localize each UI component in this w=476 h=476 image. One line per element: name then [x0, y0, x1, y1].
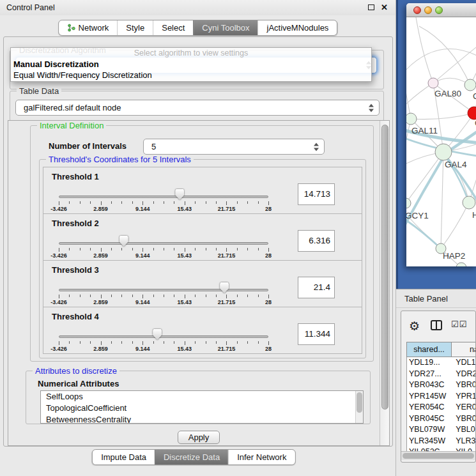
table-row[interactable]: YPR145WYPR1	[407, 391, 476, 403]
table-row[interactable]: YBR045CYBR0	[407, 413, 476, 425]
attributes-list-scrollbar[interactable]	[355, 391, 363, 423]
cell-name[interactable]: YBR0	[452, 413, 476, 425]
cell-name[interactable]: YPR1	[452, 391, 476, 403]
network-node[interactable]	[406, 198, 411, 208]
cell-name[interactable]: YDR2	[452, 369, 476, 380]
node-table: shared... name YDL19...YDL1YDR27...YDR2Y…	[406, 342, 476, 459]
attribute-item-selfloops[interactable]: SelfLoops	[41, 391, 363, 403]
select-columns-checkboxes-icon[interactable]: ☑☑	[451, 319, 467, 329]
table-row[interactable]: YDL19...YDL1	[407, 357, 476, 369]
tab-network[interactable]: Network	[59, 20, 118, 35]
threshold-value-field[interactable]: 21.4	[298, 277, 335, 298]
slider-scale-label: 21.715	[218, 206, 236, 212]
control-panel-title: Control Panel	[6, 0, 55, 15]
network-node[interactable]	[435, 144, 452, 160]
cell-shared-name[interactable]: YDL19...	[407, 357, 452, 369]
tab-impute-data[interactable]: Impute Data	[93, 450, 155, 464]
cell-name[interactable]: YLR3	[452, 436, 476, 447]
cell-shared-name[interactable]: YPR145W	[407, 391, 452, 403]
attributes-group: Attributes to discretize Numerical Attri…	[26, 371, 371, 424]
columns-icon[interactable]	[431, 320, 442, 330]
cell-name[interactable]: YDL1	[452, 357, 476, 369]
slider-handle[interactable]	[220, 282, 229, 293]
tab-jactivemnodules[interactable]: jActiveMNodules	[258, 20, 337, 35]
cell-name[interactable]: YBR0	[452, 380, 476, 391]
table-row[interactable]: YER054CYER0	[407, 402, 476, 413]
slider-scale-label: 9.144	[135, 299, 150, 305]
table-row[interactable]: YLR345WYLR3	[407, 436, 476, 447]
number-of-intervals-combobox[interactable]: 5	[143, 139, 325, 155]
network-node[interactable]	[464, 79, 476, 91]
slider-track[interactable]	[59, 196, 268, 198]
cell-name[interactable]: YER0	[452, 402, 476, 413]
table-horizontal-scrollbar-thumb[interactable]	[403, 453, 474, 459]
zoom-traffic-light-icon[interactable]	[435, 6, 443, 14]
tab-label: Impute Data	[101, 449, 146, 465]
gear-icon[interactable]: ⚙	[409, 318, 420, 334]
cell-shared-name[interactable]: YBL079W	[407, 424, 452, 436]
network-edge	[419, 26, 470, 85]
minimize-traffic-light-icon[interactable]	[424, 6, 432, 14]
slider-track[interactable]	[59, 289, 268, 291]
threshold-value-field[interactable]: 11.344	[298, 323, 335, 345]
slider-handle[interactable]	[153, 329, 162, 340]
table-row[interactable]: YBR043CYBR0	[407, 380, 476, 391]
network-node[interactable]	[406, 113, 417, 125]
slider-track[interactable]	[59, 242, 268, 245]
network-edge	[406, 152, 443, 203]
settings-vertical-scrollbar[interactable]	[380, 121, 389, 445]
slider-handle[interactable]	[175, 189, 184, 200]
network-node[interactable]	[468, 107, 476, 119]
cell-name[interactable]: YBL0	[452, 424, 476, 436]
float-window-icon[interactable]	[368, 4, 374, 10]
close-traffic-light-icon[interactable]	[413, 6, 421, 14]
slider-tick	[59, 201, 59, 205]
numerical-attributes-label: Numerical Attributes	[38, 379, 119, 388]
tab-discretize-data[interactable]: Discretize Data	[155, 450, 228, 464]
threshold-panel-threshold-1: Threshold 1-3.4262.8599.14415.4321.71528…	[43, 167, 362, 214]
table-row[interactable]: YDR27...YDR2	[407, 369, 476, 380]
slider-tick	[185, 248, 185, 252]
network-node[interactable]	[428, 78, 438, 88]
column-header-name[interactable]: name	[451, 342, 476, 357]
attribute-item-betweennesscentrality[interactable]: BetweennessCentrality	[41, 414, 363, 424]
table-row[interactable]: YBL079WYBL0	[407, 424, 476, 436]
slider-tick	[258, 341, 259, 344]
tab-infer-network[interactable]: Infer Network	[228, 450, 295, 464]
apply-button[interactable]: Apply	[178, 431, 220, 444]
network-canvas[interactable]: GAL80GACGAL11GAL4GCY1HHAP2	[406, 17, 476, 266]
slider-scale-label: 15.43	[178, 346, 192, 352]
table-horizontal-scrollbar[interactable]	[401, 451, 476, 460]
threshold-value-field[interactable]: 14.713	[298, 183, 335, 205]
table-data-combobox[interactable]: galFiltered.sif default node	[15, 100, 380, 116]
tab-style[interactable]: Style	[117, 20, 153, 35]
tab-cyni-toolbox[interactable]: Cyni Toolbox	[193, 20, 257, 35]
slider-tick	[268, 341, 269, 345]
column-header-shared-name[interactable]: shared...	[406, 342, 452, 357]
network-node[interactable]	[456, 263, 466, 266]
network-node[interactable]	[463, 196, 475, 209]
slider-tick	[247, 201, 248, 204]
attribute-item-topologicalcoefficient[interactable]: TopologicalCoefficient	[41, 403, 363, 414]
attributes-list-scrollbar-thumb[interactable]	[357, 392, 362, 413]
close-icon[interactable]: ✕	[381, 2, 388, 13]
tab-select[interactable]: Select	[153, 20, 193, 35]
cell-shared-name[interactable]: YER054C	[407, 402, 452, 413]
slider-scale-label: 28	[265, 252, 272, 259]
cell-shared-name[interactable]: YBR043C	[407, 380, 452, 391]
threshold-value-field[interactable]: 6.316	[298, 230, 335, 252]
slider-scale-label: -3.426	[50, 206, 67, 212]
settings-vertical-scrollbar-thumb[interactable]	[381, 125, 388, 410]
popup-option-equal-width-frequency-discretization[interactable]: Equal Width/Frequency Discretization	[11, 70, 371, 81]
popup-option-manual-discretization[interactable]: Manual Discretization	[11, 59, 371, 70]
slider-tick	[132, 341, 133, 344]
slider-tick	[268, 248, 269, 252]
slider-track[interactable]	[59, 335, 268, 338]
cell-shared-name[interactable]: YDR27...	[407, 369, 452, 380]
cell-shared-name[interactable]: YBR045C	[407, 413, 452, 425]
slider-tick	[111, 201, 112, 204]
node-table-header: shared... name	[407, 342, 476, 357]
interval-definition-group: Interval Definition Number of Intervals …	[30, 125, 374, 362]
cell-shared-name[interactable]: YLR345W	[407, 436, 452, 447]
slider-handle[interactable]	[119, 236, 128, 247]
